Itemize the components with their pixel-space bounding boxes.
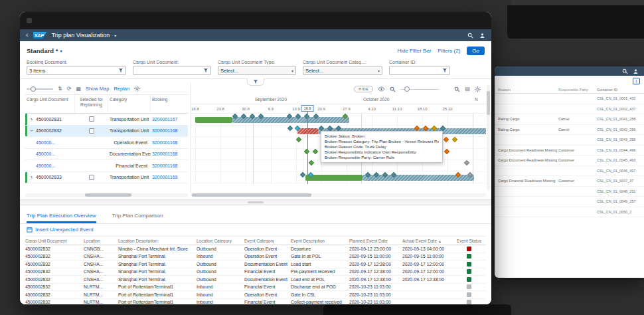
grid-view-icon[interactable]: ▦ <box>76 86 81 92</box>
value-help-funnel-icon[interactable] <box>203 68 208 73</box>
event-status-indicator <box>467 300 471 304</box>
replan-button[interactable]: Replan <box>114 86 129 92</box>
booking-link[interactable]: 3200001169 <box>151 175 188 179</box>
filter-field-value: 3 items <box>29 68 45 74</box>
events-column-header[interactable]: Cargo Unit Document <box>25 239 84 243</box>
tab-trip-plan-comparison[interactable]: Trip Plan Comparison <box>112 213 163 223</box>
booking-link[interactable]: 3200001168 <box>151 163 188 168</box>
events-column-header[interactable]: Event Description <box>291 239 349 243</box>
chevron-down-icon[interactable]: ▾ <box>291 68 293 73</box>
timeline-tick-label: 25.10 <box>442 107 452 111</box>
events-table-body: 4500002832CNNGB...Ningbo - China Merchan… <box>25 245 486 304</box>
title-caret-icon[interactable]: ▾ <box>114 33 116 38</box>
events-table-row[interactable]: 4500002832CNSHA...Shanghai Port Terminal… <box>25 276 486 284</box>
events-table-row[interactable]: 4500002832CNSHA...Shanghai Port Terminal… <box>25 253 486 261</box>
row-expander-icon[interactable]: › <box>27 116 36 122</box>
zoom-slider[interactable] <box>400 86 439 92</box>
filters-link[interactable]: Filters (2) <box>438 48 461 54</box>
events-column-header[interactable]: Location Category <box>197 239 244 243</box>
cargo-unit-document-cell[interactable]: 450000... <box>36 163 75 168</box>
events-column-header[interactable]: Event Category <box>244 239 291 243</box>
replanning-checkbox[interactable] <box>89 128 94 134</box>
cargo-table-row[interactable]: 450000...Documentation Event3200001168 <box>25 149 188 161</box>
sort-icon[interactable]: ⇅ <box>58 86 62 92</box>
cargo-table-row[interactable]: 450000...Operation Event3200001168 <box>25 137 188 149</box>
events-table-row[interactable]: 4500002832NLRTM...Port of RotterdamTermi… <box>25 284 486 292</box>
replanning-checkbox[interactable] <box>89 175 94 180</box>
events-table-row[interactable]: 4500002832CNSHA...Shanghai Port Terminal… <box>25 261 486 268</box>
booking-link[interactable]: 3200001167 <box>151 117 188 122</box>
table-density-slider[interactable] <box>27 86 53 92</box>
events-column-header[interactable]: Planned Event Date <box>349 239 402 243</box>
col-cargo-unit-document[interactable]: Cargo Unit Document <box>25 95 75 113</box>
events-column-header[interactable]: Event Status <box>454 239 486 243</box>
bg-table-body: CSL_CN_01_0001_432CSL_CN_01_0002_437Rati… <box>495 94 644 217</box>
value-help-funnel-icon[interactable] <box>442 68 447 73</box>
row-expander-icon[interactable]: › <box>27 174 36 180</box>
hide-filter-bar-link[interactable]: Hide Filter Bar <box>397 48 431 54</box>
events-toolbar: Insert Unexpected Event <box>20 224 491 235</box>
cargo-table-row[interactable]: ›4500002831Transportation Unit3200001167 <box>25 114 188 126</box>
booking-link[interactable]: 3200001168 <box>151 140 188 145</box>
bg-container-cell: CSL_CN_01_0044_496 <box>597 148 644 152</box>
shell-search-icon[interactable] <box>467 33 473 39</box>
col-selected-for-replanning[interactable]: Selected for Replanning <box>75 95 108 113</box>
events-table-row[interactable]: 4500002832CNNGB...Ningbo - China Merchan… <box>25 245 486 253</box>
chevron-down-icon[interactable]: ▾ <box>378 68 380 73</box>
filter-input[interactable] <box>133 66 211 75</box>
filter-bar-expand-handle[interactable] <box>247 78 264 86</box>
cargo-table-header: Cargo Unit Document Selected for Replann… <box>25 95 188 114</box>
refresh-icon[interactable]: ⟳ <box>67 86 72 92</box>
gear-icon[interactable] <box>134 86 140 92</box>
tab-trip-plan-execution-overview[interactable]: Trip Plan Execution Overview <box>27 213 96 223</box>
insert-unexpected-event-button[interactable]: Insert Unexpected Event <box>35 227 94 233</box>
col-booking[interactable]: Booking <box>151 95 188 113</box>
events-column-header[interactable]: Location <box>84 239 118 243</box>
splitter-bar[interactable] <box>20 199 491 205</box>
value-help-funnel-icon[interactable] <box>118 68 123 73</box>
gantt-settings-icon[interactable] <box>475 86 481 92</box>
gantt-bar[interactable] <box>305 175 362 181</box>
vertical-scrollbar[interactable] <box>487 84 490 191</box>
back-button[interactable]: ‹ <box>26 31 29 39</box>
eye-icon[interactable] <box>378 86 385 92</box>
events-cell: Load end at POL <box>291 277 349 282</box>
replanning-checkbox[interactable] <box>89 116 94 122</box>
zoom-out-icon[interactable] <box>390 86 396 92</box>
booking-link[interactable]: 3200001168 <box>151 152 188 156</box>
go-button[interactable]: Go <box>467 47 485 55</box>
hide-button[interactable]: HIDE <box>354 86 373 92</box>
cargo-unit-document-cell[interactable]: 450000... <box>36 152 75 156</box>
cargo-table-row[interactable]: ›4500002832Transportation Unit3200001168 <box>25 126 188 138</box>
filter-select[interactable]: Select...▾ <box>303 66 382 75</box>
timeline-month-label: N <box>475 97 478 102</box>
filter-input[interactable]: 3 items <box>27 66 126 75</box>
filter-select[interactable]: Select...▾ <box>218 66 296 75</box>
events-column-header[interactable]: Actual Event Date▲ <box>402 239 454 243</box>
events-table-row[interactable]: 4500002832NLRTM...Port of RotterdamTermi… <box>25 291 486 299</box>
zoom-in-icon[interactable] <box>454 86 460 92</box>
gantt-horizontal-scrollbar[interactable] <box>191 193 486 197</box>
legend-icon[interactable]: ▤ <box>465 86 470 92</box>
row-expander-icon[interactable]: › <box>29 126 35 135</box>
events-table-row[interactable]: 4500002832CNSHA...Shanghai Port Terminal… <box>25 268 486 276</box>
col-category[interactable]: Category <box>108 95 151 113</box>
cargo-unit-document-cell[interactable]: 450000... <box>36 140 75 145</box>
events-cell: CNNGB... <box>84 247 118 251</box>
app-title[interactable]: Trip plan Visualization <box>52 32 110 39</box>
cargo-table-row[interactable]: 450000...Financial Event3200001168 <box>25 160 188 172</box>
gantt-chart-area[interactable]: Broken Status: BrokenBroken Reason Categ… <box>191 114 486 184</box>
timeline-tick-label: 30.8 <box>242 107 250 111</box>
cargo-table-row[interactable]: ›4500002833Transportation Unit3200001169 <box>25 172 188 184</box>
booking-link[interactable]: 3200001168 <box>151 128 188 133</box>
show-map-button[interactable]: Show Map <box>86 86 109 92</box>
table-horizontal-scrollbar[interactable] <box>25 193 188 197</box>
variant-selector[interactable]: Standard * ▾ <box>27 47 62 54</box>
event-status-cell <box>454 262 486 266</box>
gantt-bar[interactable] <box>195 117 232 123</box>
events-cell: 2020-09-15 11:00:00 <box>349 254 402 259</box>
shell-user-icon[interactable] <box>479 33 485 39</box>
events-table-row[interactable]: 4500002832NLRTM...Port of RotterdamTermi… <box>25 299 486 305</box>
filter-input[interactable] <box>389 66 450 75</box>
events-column-header[interactable]: Location Description: <box>118 239 197 243</box>
